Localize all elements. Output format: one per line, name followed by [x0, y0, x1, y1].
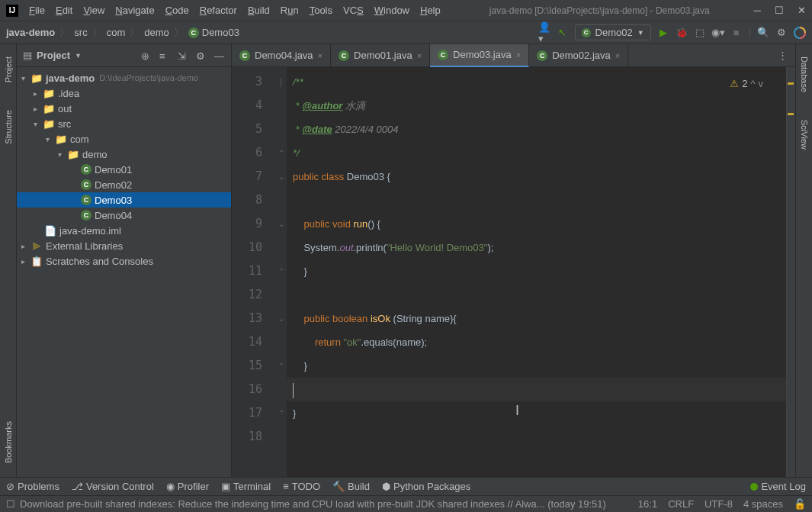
tree-demo[interactable]: ▾📁demo	[17, 147, 231, 162]
stop-icon[interactable]: ■	[730, 27, 743, 39]
fold-start-icon[interactable]: ⌄	[276, 212, 287, 236]
tree-file-demo04[interactable]: CDemo04	[17, 208, 231, 223]
menu-file[interactable]: File	[24, 3, 50, 18]
breadcrumb-class[interactable]: CDemo03	[188, 27, 239, 38]
fold-end-icon[interactable]: ⌃	[276, 354, 287, 378]
sidebar-tab-structure[interactable]: Structure	[2, 104, 14, 150]
menu-build[interactable]: Build	[243, 3, 274, 18]
fold-end-icon[interactable]: ⌃	[276, 401, 287, 425]
tab-actions-icon[interactable]: ⋮	[770, 50, 795, 61]
back-icon[interactable]: ↖	[557, 27, 569, 39]
inspection-badge[interactable]: ⚠2^v	[730, 72, 763, 95]
lock-icon[interactable]: 🔓	[794, 498, 806, 510]
menu-code[interactable]: Code	[161, 3, 194, 18]
tab-demo03[interactable]: CDemo03.java×	[430, 44, 529, 67]
fold-end-icon[interactable]: ⌃	[276, 259, 287, 283]
bottom-build[interactable]: 🔨Build	[332, 481, 370, 492]
expand-all-icon[interactable]: ≡	[159, 50, 170, 61]
tree-file-demo02[interactable]: CDemo02	[17, 177, 231, 192]
bottom-version-control[interactable]: ⎇Version Control	[72, 481, 154, 492]
editor-body[interactable]: 3 4 5 6 7 8 9 10 11 12 13 14 15 16 17 18…	[232, 67, 795, 477]
bottom-terminal[interactable]: ▣Terminal	[221, 481, 271, 492]
add-user-icon[interactable]: 👤▾	[538, 27, 550, 39]
close-tab-icon[interactable]: ×	[516, 50, 521, 60]
menu-view[interactable]: View	[79, 3, 109, 18]
close-tab-icon[interactable]: ×	[417, 51, 422, 60]
bottom-python[interactable]: ⬢Python Packages	[382, 481, 470, 492]
settings-icon[interactable]: ⚙	[775, 27, 788, 39]
fold-end-icon[interactable]: ⌃	[276, 141, 287, 165]
project-panel-title[interactable]: Project	[37, 50, 70, 61]
tab-demo02[interactable]: CDemo02.java×	[529, 44, 628, 67]
menu-refactor[interactable]: Refactor	[195, 3, 242, 18]
fold-start-icon[interactable]: ⌄	[276, 307, 287, 330]
menu-navigate[interactable]: Navigate	[111, 3, 159, 18]
tree-src[interactable]: ▾📁src	[17, 116, 231, 131]
chevron-down-icon[interactable]: v	[759, 72, 764, 95]
bottom-problems[interactable]: ⊘Problems	[6, 481, 59, 492]
maximize-icon[interactable]: ☐	[775, 5, 784, 16]
search-icon[interactable]: 🔍	[757, 27, 769, 39]
hide-icon[interactable]: —	[214, 50, 225, 61]
sidebar-tab-sciview[interactable]: SciView	[798, 114, 810, 156]
status-cursor-pos[interactable]: 16:1	[638, 498, 657, 510]
tree-com[interactable]: ▾📁com	[17, 131, 231, 147]
profile-icon[interactable]: ◉▾	[712, 27, 724, 39]
close-tab-icon[interactable]: ×	[318, 51, 323, 60]
menu-window[interactable]: Window	[370, 3, 414, 18]
tree-file-demo01[interactable]: CDemo01	[17, 162, 231, 177]
tree-file-demo03[interactable]: CDemo03	[17, 192, 231, 208]
fold-start-icon[interactable]: ⌄	[276, 165, 287, 188]
menu-help[interactable]: Help	[416, 3, 445, 18]
tab-demo01[interactable]: CDemo01.java×	[331, 44, 430, 67]
bottom-toolbar: ⊘Problems ⎇Version Control ◉Profiler ▣Te…	[0, 477, 812, 495]
status-encoding[interactable]: UTF-8	[704, 498, 733, 510]
chevron-down-icon[interactable]: ▼	[75, 52, 82, 60]
plugin-icon[interactable]	[794, 27, 806, 39]
tree-root[interactable]: ▾📁java-demoD:\IdeaProjects\java-demo	[17, 70, 231, 85]
bottom-todo[interactable]: ≡TODO	[283, 481, 320, 492]
breadcrumb-com[interactable]: com	[107, 27, 126, 38]
gear-icon[interactable]: ⚙	[196, 50, 207, 61]
fold-region-icon[interactable]: │	[276, 70, 287, 94]
project-icon: ▤	[23, 50, 32, 61]
line-number: 10	[232, 236, 276, 259]
collapse-all-icon[interactable]: ⇲	[178, 50, 188, 61]
tree-out[interactable]: ▸📁out	[17, 101, 231, 116]
status-indent[interactable]: 4 spaces	[743, 498, 783, 510]
status-line-ending[interactable]: CRLF	[668, 498, 694, 510]
bottom-profiler[interactable]: ◉Profiler	[166, 481, 209, 492]
close-tab-icon[interactable]: ×	[615, 51, 620, 60]
code-content[interactable]: ⚠2^v /** * @author 水滴 * @date 2022/4/4 0…	[287, 67, 786, 477]
breadcrumb-src[interactable]: src	[74, 27, 87, 38]
tree-external-libraries[interactable]: ▸⫸External Libraries	[17, 238, 231, 253]
tree-scratches[interactable]: ▸📋Scratches and Consoles	[17, 253, 231, 269]
menu-vcs[interactable]: VCS	[339, 3, 368, 18]
menu-tools[interactable]: Tools	[305, 3, 337, 18]
breadcrumb-project[interactable]: java-demo	[6, 27, 55, 38]
run-icon[interactable]: ▶	[657, 27, 669, 39]
sidebar-tab-database[interactable]: Database	[798, 50, 810, 98]
sidebar-tab-project[interactable]: Project	[2, 50, 14, 89]
sidebar-tab-bookmarks[interactable]: Bookmarks	[2, 415, 14, 469]
menu-run[interactable]: Run	[276, 3, 303, 18]
breadcrumb-class-label: Demo03	[202, 27, 239, 38]
coverage-icon[interactable]: ⬚	[694, 27, 706, 39]
debug-icon[interactable]: 🐞	[676, 27, 688, 39]
bottom-event-log[interactable]: Event Log	[750, 481, 806, 492]
project-panel-tools: ⊕ ≡ ⇲ ⚙ —	[141, 50, 225, 61]
close-icon[interactable]: ✕	[798, 5, 806, 16]
select-opened-icon[interactable]: ⊕	[141, 50, 152, 61]
run-config-selector[interactable]: C Demo02 ▼	[575, 24, 651, 40]
tree-idea[interactable]: ▸📁.idea	[17, 85, 231, 101]
editor-scrollbar[interactable]	[786, 67, 795, 477]
tab-demo04[interactable]: CDemo04.java×	[232, 44, 331, 67]
status-menu-icon[interactable]: ☐	[6, 498, 15, 510]
class-icon: C	[537, 50, 547, 61]
minimize-icon[interactable]: ─	[754, 5, 761, 16]
breadcrumb-demo[interactable]: demo	[144, 27, 169, 38]
status-message[interactable]: Download pre-built shared indexes: Reduc…	[20, 498, 606, 510]
tree-iml[interactable]: 📄java-demo.iml	[17, 223, 231, 238]
chevron-up-icon[interactable]: ^	[750, 72, 755, 95]
menu-edit[interactable]: Edit	[51, 3, 77, 18]
